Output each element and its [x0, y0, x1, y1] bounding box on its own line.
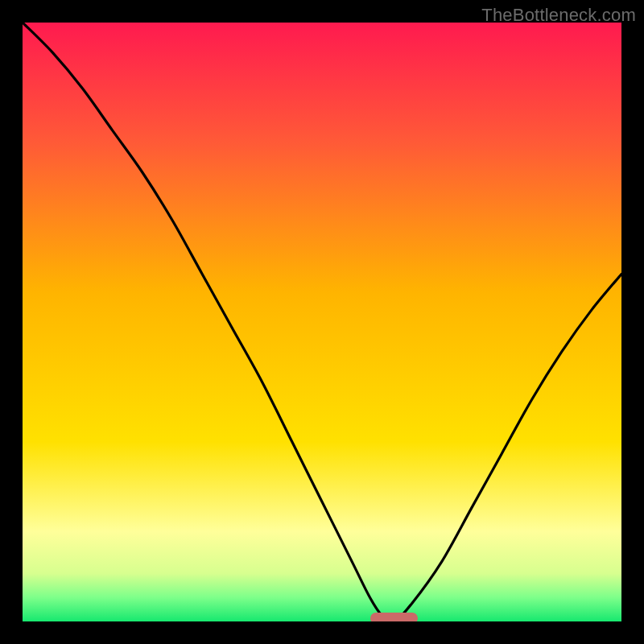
plot-area [23, 23, 621, 621]
optimal-marker [370, 613, 419, 621]
bottleneck-curve [23, 23, 621, 621]
watermark-text: TheBottleneck.com [481, 5, 636, 26]
chart-frame: TheBottleneck.com [0, 0, 644, 644]
